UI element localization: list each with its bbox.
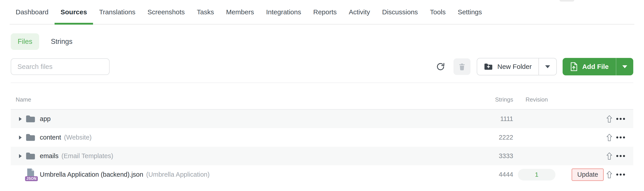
cutoff-element-remnant bbox=[560, 0, 574, 2]
files-table: Name Strings Revision app 1111 bbox=[11, 83, 633, 184]
row-menu-button[interactable] bbox=[616, 174, 625, 176]
folder-name: app bbox=[40, 115, 50, 122]
tab-tasks[interactable]: Tasks bbox=[191, 8, 220, 24]
folder-context: (Website) bbox=[64, 134, 92, 141]
upload-arrow-icon bbox=[606, 152, 612, 160]
toggle-strings[interactable]: Strings bbox=[51, 38, 72, 46]
tab-settings[interactable]: Settings bbox=[452, 8, 488, 24]
add-file-split-button: Add File bbox=[562, 58, 633, 75]
chevron-down-icon bbox=[545, 65, 550, 68]
upload-arrow-icon bbox=[606, 115, 612, 123]
add-file-button[interactable]: Add File bbox=[562, 58, 616, 75]
table-header: Name Strings Revision bbox=[11, 83, 633, 110]
table-row-folder-emails[interactable]: emails (Email Templates) 3333 bbox=[11, 147, 633, 165]
chevron-right-icon bbox=[19, 136, 22, 140]
tab-dashboard[interactable]: Dashboard bbox=[10, 8, 54, 24]
table-row-file-umbrella-application[interactable]: JSON Umbrella Application (backend).json… bbox=[11, 165, 633, 184]
project-nav: Dashboard Sources Translations Screensho… bbox=[10, 0, 634, 24]
tab-tools[interactable]: Tools bbox=[424, 8, 452, 24]
files-toolbar: New Folder Add File bbox=[11, 58, 633, 76]
update-file-button[interactable]: Update bbox=[572, 168, 604, 181]
chevron-right-icon bbox=[19, 117, 22, 121]
expand-toggle[interactable] bbox=[15, 154, 26, 158]
row-menu-button[interactable] bbox=[616, 155, 625, 157]
new-folder-dropdown-button[interactable] bbox=[539, 58, 556, 75]
ellipsis-icon bbox=[616, 155, 625, 157]
folder-name: emails bbox=[40, 152, 58, 160]
ellipsis-icon bbox=[616, 174, 625, 176]
upload-translations-button[interactable] bbox=[606, 115, 612, 123]
trash-icon bbox=[458, 62, 466, 71]
column-header-name: Name bbox=[11, 96, 468, 103]
revision-badge: 1 bbox=[518, 169, 556, 180]
tab-discussions[interactable]: Discussions bbox=[376, 8, 424, 24]
add-file-dropdown-button[interactable] bbox=[616, 58, 633, 75]
tab-activity[interactable]: Activity bbox=[343, 8, 376, 24]
name-cell: content (Website) bbox=[11, 133, 468, 142]
folder-name: content bbox=[40, 134, 61, 141]
upload-translations-button[interactable] bbox=[606, 170, 612, 179]
strings-count: 3333 bbox=[468, 152, 513, 160]
refresh-icon bbox=[436, 62, 445, 71]
row-menu-button[interactable] bbox=[616, 136, 625, 138]
expand-toggle[interactable] bbox=[15, 117, 26, 121]
revision-cell: 1 bbox=[516, 169, 557, 180]
folder-icon bbox=[26, 133, 38, 142]
row-menu-button[interactable] bbox=[616, 118, 625, 120]
tab-sources[interactable]: Sources bbox=[54, 8, 93, 24]
add-file-label: Add File bbox=[582, 63, 609, 70]
folder-plus-icon bbox=[484, 63, 493, 70]
delete-button[interactable] bbox=[454, 58, 470, 75]
file-name: Umbrella Application (backend).json bbox=[40, 171, 143, 178]
toggle-files[interactable]: Files bbox=[11, 33, 39, 50]
column-header-strings: Strings bbox=[468, 96, 513, 103]
folder-icon bbox=[26, 152, 38, 160]
new-folder-split-button: New Folder bbox=[477, 58, 556, 75]
project-sources-page: Dashboard Sources Translations Screensho… bbox=[0, 0, 644, 191]
new-folder-button[interactable]: New Folder bbox=[477, 58, 538, 75]
update-cell: Update bbox=[557, 168, 604, 181]
upload-arrow-icon bbox=[606, 170, 612, 179]
file-type-badge: JSON bbox=[25, 176, 38, 181]
new-folder-label: New Folder bbox=[497, 63, 532, 70]
folder-context: (Email Templates) bbox=[62, 152, 113, 160]
folder-icon bbox=[26, 115, 38, 123]
ellipsis-icon bbox=[616, 118, 625, 120]
chevron-right-icon bbox=[19, 154, 22, 158]
column-header-revision: Revision bbox=[516, 96, 557, 103]
expand-toggle[interactable] bbox=[15, 136, 26, 140]
tab-translations[interactable]: Translations bbox=[93, 8, 141, 24]
name-cell: JSON Umbrella Application (backend).json… bbox=[11, 168, 468, 181]
table-row-folder-app[interactable]: app 1111 bbox=[11, 110, 633, 128]
view-toggle: Files Strings bbox=[11, 33, 633, 50]
table-row-folder-content[interactable]: content (Website) 2222 bbox=[11, 128, 633, 147]
name-cell: emails (Email Templates) bbox=[11, 152, 468, 160]
upload-translations-button[interactable] bbox=[606, 152, 612, 160]
file-upload-icon bbox=[570, 62, 578, 71]
strings-count: 4444 bbox=[468, 171, 513, 178]
name-cell: app bbox=[11, 115, 468, 123]
chevron-down-icon bbox=[622, 65, 627, 68]
tab-integrations[interactable]: Integrations bbox=[260, 8, 307, 24]
file-context: (Umbrella Application) bbox=[146, 171, 210, 178]
upload-translations-button[interactable] bbox=[606, 133, 612, 142]
search-input[interactable] bbox=[11, 58, 110, 75]
tab-screenshots[interactable]: Screenshots bbox=[141, 8, 191, 24]
tab-reports[interactable]: Reports bbox=[307, 8, 343, 24]
upload-arrow-icon bbox=[606, 133, 612, 142]
tab-members[interactable]: Members bbox=[220, 8, 260, 24]
refresh-button[interactable] bbox=[436, 62, 446, 72]
ellipsis-icon bbox=[616, 136, 625, 138]
strings-count: 1111 bbox=[468, 115, 513, 122]
json-file-icon: JSON bbox=[26, 168, 38, 181]
strings-count: 2222 bbox=[468, 134, 513, 141]
table-body: app 1111 bbox=[11, 110, 633, 184]
